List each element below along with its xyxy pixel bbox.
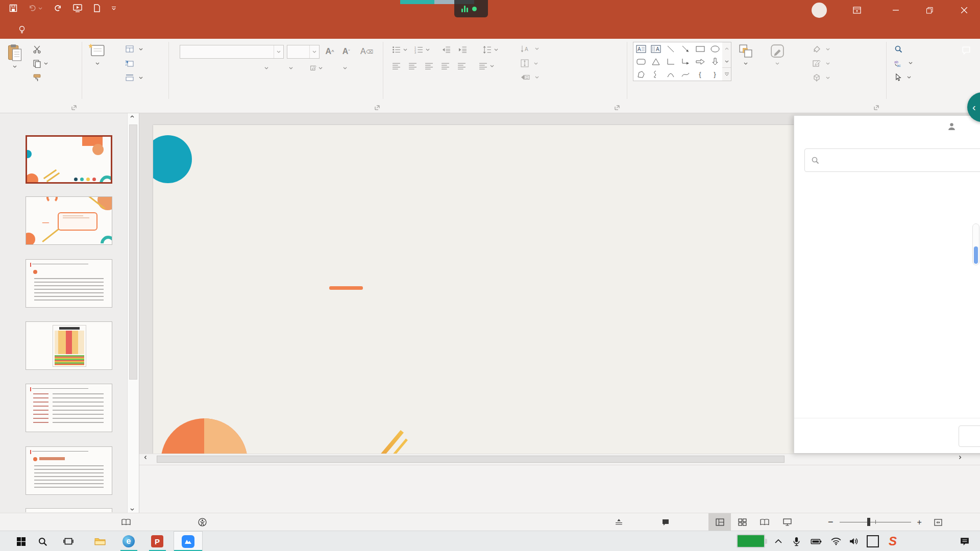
reading-view-button[interactable]	[753, 513, 776, 531]
layout-button[interactable]	[126, 45, 143, 53]
scroll-up-icon[interactable]	[130, 115, 134, 118]
battery-percentage-badge[interactable]	[737, 534, 765, 548]
action-center-icon[interactable]	[955, 531, 974, 551]
mute-all-button[interactable]	[959, 425, 980, 447]
new-file-icon[interactable]	[93, 4, 101, 12]
thumbnail-slide-1[interactable]	[26, 135, 112, 184]
restore-button[interactable]	[918, 0, 941, 20]
slideshow-view-button[interactable]	[776, 513, 798, 531]
meeting-overlay-pill[interactable]	[454, 0, 488, 17]
taskbar-clock[interactable]	[906, 531, 942, 551]
notes-pane[interactable]	[139, 465, 980, 513]
comments-icon[interactable]	[962, 46, 971, 55]
volume-tray-icon[interactable]	[846, 531, 863, 551]
find-button[interactable]	[894, 45, 905, 53]
shadow-button[interactable]	[225, 61, 237, 74]
paste-button[interactable]	[7, 44, 22, 68]
tencent-meeting-button[interactable]	[174, 531, 203, 551]
shapes-gallery-scrollbar[interactable]	[722, 42, 731, 81]
align-right-button[interactable]	[425, 62, 433, 70]
scroll-thumb[interactable]	[129, 124, 137, 380]
member-list-scrollbar[interactable]	[972, 223, 979, 265]
horizontal-scrollbar[interactable]	[139, 454, 980, 465]
thumbnail-slide-4[interactable]	[26, 321, 112, 370]
text-direction-button[interactable]	[521, 45, 539, 53]
meeting-dock-tab-teal[interactable]	[400, 0, 434, 4]
shape-effects-button[interactable]	[813, 73, 830, 82]
start-slideshow-icon[interactable]	[73, 4, 82, 12]
format-painter-button[interactable]	[33, 73, 41, 82]
scroll-right-icon[interactable]	[958, 456, 962, 459]
redo-icon[interactable]	[54, 4, 62, 12]
shrink-font-button[interactable]: Aˇ	[340, 45, 352, 58]
decrease-indent-button[interactable]	[442, 46, 451, 54]
font-dialog-launcher[interactable]	[375, 103, 380, 112]
thumbnail-slide-6[interactable]	[26, 446, 112, 495]
thumbnail-slide-5[interactable]	[26, 384, 112, 432]
zoom-in-button[interactable]: +	[917, 518, 922, 527]
battery-tray-icon[interactable]	[807, 531, 825, 551]
account-avatar[interactable]	[812, 3, 827, 18]
thumbnail-slide-3[interactable]	[26, 259, 112, 308]
section-button[interactable]	[126, 74, 143, 81]
bullets-button[interactable]	[392, 46, 407, 54]
minimize-button[interactable]	[884, 0, 908, 20]
justify-button[interactable]	[441, 62, 450, 70]
powerpoint-button[interactable]: P	[148, 531, 166, 551]
convert-smartart-button[interactable]	[521, 73, 539, 81]
wifi-tray-icon[interactable]	[828, 531, 844, 551]
character-spacing-button[interactable]	[259, 61, 272, 74]
align-text-button[interactable]	[521, 59, 538, 67]
align-left-button[interactable]	[392, 62, 401, 70]
select-button[interactable]	[894, 73, 911, 81]
zoom-slider[interactable]	[840, 522, 911, 522]
new-slide-button[interactable]	[88, 43, 105, 65]
microphone-tray-icon[interactable]	[789, 531, 804, 551]
bold-button[interactable]	[181, 61, 193, 74]
font-color-button[interactable]	[338, 61, 350, 74]
clear-formatting-button[interactable]: A⌫	[360, 45, 373, 58]
zoom-slider-thumb[interactable]	[867, 518, 870, 526]
numbering-button[interactable]	[414, 46, 430, 54]
scroll-down-icon[interactable]	[130, 508, 134, 511]
taskbar-search-button[interactable]	[34, 531, 51, 551]
member-search-box[interactable]	[804, 148, 980, 172]
scroll-left-icon[interactable]	[143, 456, 148, 459]
italic-button[interactable]	[195, 61, 207, 74]
grow-font-button[interactable]: A^	[324, 45, 336, 58]
line-spacing-button[interactable]	[483, 46, 498, 54]
normal-view-button[interactable]	[708, 513, 731, 531]
thumbnail-scrollbar[interactable]	[127, 113, 139, 513]
hscroll-thumb[interactable]	[157, 456, 785, 463]
thumbnail-slide-7[interactable]	[26, 508, 112, 512]
customize-qat-icon[interactable]	[112, 7, 116, 10]
edge-browser-button[interactable]: e	[119, 531, 138, 551]
shape-outline-button[interactable]	[813, 59, 830, 67]
replace-button[interactable]	[894, 59, 913, 67]
cut-button[interactable]	[33, 45, 41, 54]
tell-me-search[interactable]	[18, 20, 30, 39]
arrange-button[interactable]	[739, 44, 753, 65]
zoom-out-button[interactable]: −	[828, 517, 834, 528]
increase-indent-button[interactable]	[458, 46, 467, 54]
drawing-dialog-launcher[interactable]	[874, 103, 879, 112]
clipboard-dialog-launcher[interactable]	[71, 103, 77, 112]
undo-icon[interactable]	[29, 4, 42, 12]
font-size-combo[interactable]	[287, 45, 320, 59]
ime-indicator[interactable]	[865, 531, 881, 551]
member-search-input[interactable]	[824, 156, 977, 165]
close-button[interactable]	[952, 0, 976, 20]
tray-expand-icon[interactable]	[771, 531, 786, 551]
slide-sorter-view-button[interactable]	[731, 513, 753, 531]
notes-toggle[interactable]	[615, 513, 627, 531]
member-scroll-thumb[interactable]	[974, 246, 978, 264]
thumbnail-slide-2[interactable]: —	[26, 196, 112, 245]
fit-slide-button[interactable]	[934, 519, 942, 526]
change-case-button[interactable]	[284, 61, 296, 74]
ribbon-display-options-button[interactable]	[845, 0, 869, 20]
columns-button[interactable]	[479, 62, 494, 70]
task-view-button[interactable]	[59, 531, 78, 551]
copy-button[interactable]	[33, 59, 48, 68]
file-explorer-button[interactable]	[91, 531, 109, 551]
slide-title-underline-shape[interactable]	[329, 286, 363, 290]
